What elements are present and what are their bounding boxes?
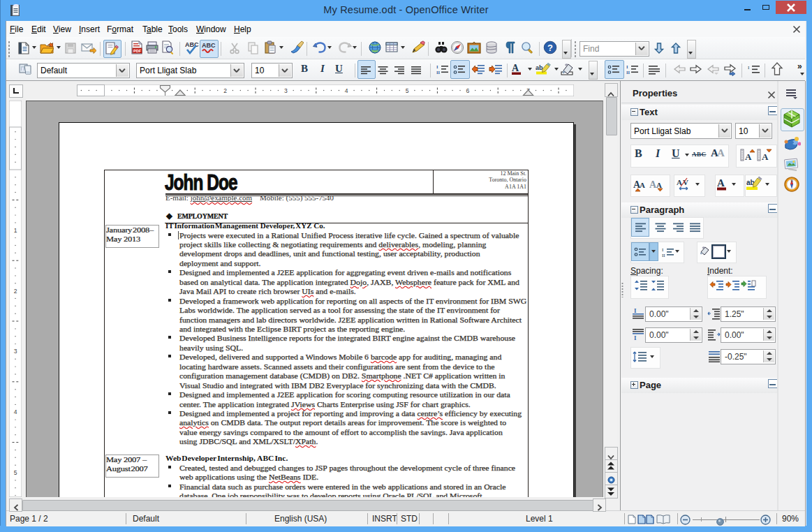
- svg-text:ABC: ABC: [202, 42, 216, 49]
- svg-text:5: 5: [406, 87, 409, 94]
- svg-text:A: A: [762, 152, 769, 162]
- svg-text:2: 2: [14, 288, 17, 295]
- svg-text:1: 1: [14, 227, 17, 234]
- svg-text:4: 4: [14, 408, 17, 415]
- svg-text:A: A: [512, 63, 519, 73]
- svg-text:II: II: [662, 253, 665, 258]
- svg-text:4: 4: [345, 87, 348, 94]
- svg-text:I: I: [662, 247, 664, 253]
- svg-text:5: 5: [14, 469, 17, 476]
- svg-text:?: ?: [547, 43, 553, 53]
- svg-text:3: 3: [284, 87, 288, 94]
- svg-text:II: II: [436, 70, 441, 75]
- svg-text:A: A: [656, 181, 662, 189]
- svg-text:I: I: [626, 64, 628, 69]
- svg-text:3: 3: [14, 348, 17, 355]
- svg-text:I: I: [748, 65, 750, 71]
- svg-text:A: A: [640, 181, 645, 189]
- svg-text:I: I: [634, 334, 637, 341]
- svg-text:ab: ab: [536, 64, 543, 71]
- svg-text:A: A: [717, 177, 725, 189]
- svg-text:6: 6: [466, 87, 469, 94]
- svg-text:I: I: [634, 307, 637, 314]
- svg-text:2: 2: [223, 87, 227, 94]
- svg-text:A: A: [745, 152, 752, 162]
- svg-text:PDF: PDF: [133, 49, 142, 53]
- svg-text:ABC: ABC: [185, 41, 199, 48]
- svg-text:N: N: [790, 179, 792, 183]
- svg-text:A: A: [717, 147, 725, 158]
- svg-text:I: I: [436, 64, 438, 69]
- svg-text:II: II: [626, 70, 630, 75]
